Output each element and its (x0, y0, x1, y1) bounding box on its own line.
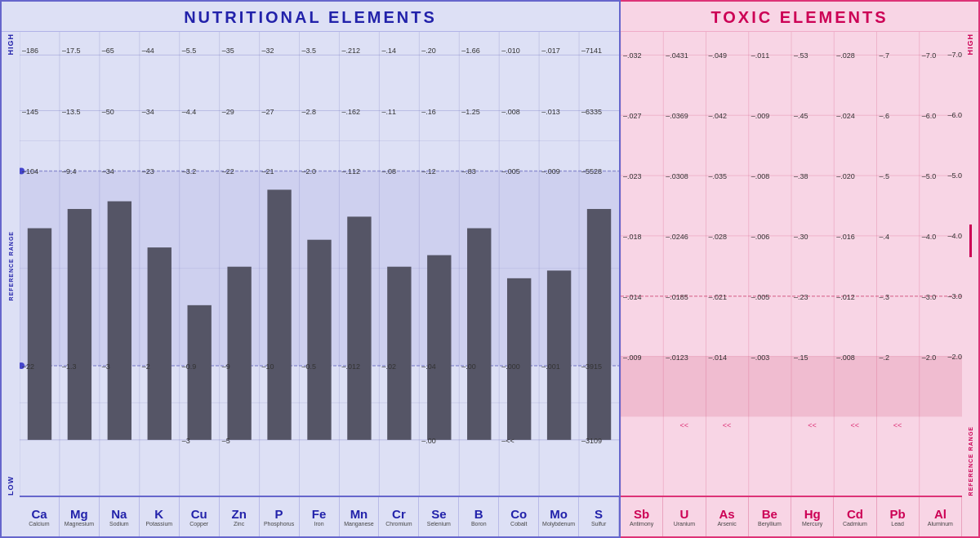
nutr-footer-b: B Boron (459, 497, 499, 536)
nutr-val-fe-2: –2.0 (302, 167, 317, 176)
toxic-sym-hg: Hg (804, 507, 821, 521)
toxic-val-be-1: –.009 (751, 112, 770, 120)
nutr-val-k-3: –2 (142, 362, 150, 371)
toxic-name-al: Aluminum (928, 521, 953, 527)
toxic-val-hg-3: –.30 (794, 233, 808, 241)
nutr-val-co-0: –.010 (501, 47, 520, 55)
nutr-val-cu-3: –0.9 (182, 362, 197, 371)
nutr-val-zn-0: –35 (222, 47, 234, 55)
nutr-name-fe: Iron (314, 521, 324, 527)
nutr-bar-s (587, 209, 611, 440)
toxic-val-be-3: –.006 (751, 233, 770, 241)
nutr-val-k-2: –23 (142, 167, 154, 176)
nutr-val-mn-1: –.162 (341, 108, 360, 116)
nutr-bar-se (427, 256, 451, 440)
nutr-name-mg: Magnesium (65, 521, 94, 527)
toxic-val-cd-3: –.016 (836, 233, 855, 241)
toxic-low-as: << (723, 421, 732, 429)
nutr-sym-zn: Zn (231, 507, 246, 521)
nutr-val-na-3: –3 (102, 362, 110, 371)
nutr-name-s: Sulfur (591, 521, 606, 527)
toxic-panel: TOXIC ELEMENTS –.032–.027–.023–.018 (621, 0, 980, 538)
nutr-val-co-1: –.008 (501, 108, 520, 116)
toxic-val-sb-0: –.032 (623, 51, 642, 60)
nutr-footer-se: Se Selenium (419, 497, 459, 536)
toxic-name-sb: Antimony (630, 521, 653, 527)
nutr-val-s-1: –6335 (581, 108, 602, 116)
toxic-sym-be: Be (762, 507, 777, 521)
nutritional-svg-area: –186–145–104–22–17.5–13.5–9.4–1.3–65–50–… (20, 32, 619, 496)
toxic-name-cd: Cadmium (843, 521, 867, 527)
toxic-footer-sb: Sb Antimony (621, 497, 663, 536)
toxic-val-sb-3: –.018 (623, 233, 642, 241)
nutritional-panel: NUTRITIONAL ELEMENTS HIGH REFERENCE RANG… (0, 0, 621, 538)
toxic-val-u-0: –.0431 (666, 51, 688, 60)
nutr-footer-cu: Cu Copper (180, 497, 220, 536)
nutr-bar-mg (68, 209, 91, 440)
toxic-val-u-3: –.0246 (666, 233, 688, 241)
nutr-footer-mo: Mo Molybdenum (539, 497, 579, 536)
toxic-name-as: Arsenic (717, 521, 736, 527)
nutr-val-ca-1: –145 (22, 108, 38, 116)
toxic-val-sb-5: –.009 (623, 353, 642, 362)
toxic-val-be-2: –.008 (751, 172, 770, 180)
nutr-name-mo: Molybdenum (542, 521, 575, 527)
toxic-val-be-0: –.011 (751, 51, 770, 60)
toxic-arrow (969, 225, 972, 257)
nutr-val-co-3: –.000 (501, 362, 520, 371)
nutr-val-s-3: –3915 (581, 362, 602, 371)
nutr-val-se-1: –.16 (421, 108, 436, 116)
toxic-val-u-1: –.0369 (666, 112, 688, 120)
nutr-name-se: Selenium (427, 521, 451, 527)
nutr-name-b: Boron (471, 521, 487, 527)
toxic-chart-area: –.032–.027–.023–.018–.014–.009–.0431–.03… (621, 32, 962, 536)
toxic-bars-svg: –.032–.027–.023–.018–.014–.009–.0431–.03… (621, 32, 962, 496)
toxic-val-cd-2: –.020 (836, 172, 855, 180)
nutr-sym-cu: Cu (191, 507, 207, 521)
ref-range-label: REFERENCE RANGE (8, 231, 14, 300)
nutr-val-mo-2: –.009 (541, 167, 560, 176)
nutr-val-cr-2: –.08 (381, 167, 396, 176)
nutr-bar-ca (28, 229, 51, 440)
nutr-bar-na (108, 202, 131, 440)
nutr-val-fe-1: –2.8 (302, 108, 317, 116)
nutr-val-ca-0: –186 (22, 47, 38, 55)
toxic-val-pb-4: –.3 (880, 293, 890, 301)
toxic-val-pb-3: –.4 (880, 233, 890, 241)
nutr-val-mg-1: –13.5 (62, 108, 81, 116)
toxic-val-u-4: –.0185 (666, 293, 688, 301)
toxic-sym-as: As (719, 507, 735, 521)
nutr-val-mo-1: –.013 (541, 108, 560, 116)
nutr-sym-k: K (154, 507, 163, 521)
toxic-low-cd: << (850, 421, 859, 429)
nutr-val-se-0: –.20 (421, 47, 436, 55)
toxic-sym-al: Al (934, 507, 947, 521)
nutr-val-b-1: –1.25 (461, 108, 480, 116)
toxic-val-al-4: –3.0 (922, 293, 937, 301)
toxic-footer: Sb Antimony U Uranium As Arsenic Be Bery… (621, 496, 962, 536)
high-label: HIGH (7, 33, 15, 56)
nutr-val-s-2: –5528 (581, 167, 602, 176)
toxic-val-hg-4: –.23 (794, 293, 808, 301)
toxic-footer-al: Al Aluminum (920, 497, 962, 536)
nutr-val-b-0: –1.66 (461, 47, 480, 55)
nutr-val-cr-3: –.02 (381, 362, 396, 371)
nutr-val-cu-4: –3 (182, 437, 190, 445)
toxic-footer-as: As Arsenic (706, 497, 749, 536)
nutr-name-mn: Manganese (344, 521, 374, 527)
nutr-val-p-2: –21 (262, 167, 274, 176)
nutr-name-k: Potassium (145, 521, 172, 527)
toxic-val-al-3: –4.0 (922, 233, 937, 241)
nutr-name-ca: Calcium (29, 521, 49, 527)
nutr-val-mn-3: –.012 (341, 362, 360, 371)
nutr-sym-ca: Ca (31, 507, 47, 521)
toxic-val-pb-2: –.5 (880, 172, 890, 180)
nutr-footer-na: Na Sodium (100, 497, 140, 536)
nutr-footer-zn: Zn Zinc (220, 497, 260, 536)
toxic-footer-hg: Hg Mercury (791, 497, 834, 536)
toxic-title: TOXIC ELEMENTS (621, 2, 978, 32)
nutr-val-zn-1: –29 (222, 108, 234, 116)
nutr-val-ca-3: –22 (22, 362, 34, 371)
nutr-val-p-0: –32 (262, 47, 274, 55)
toxic-val-be-5: –.003 (751, 353, 770, 362)
